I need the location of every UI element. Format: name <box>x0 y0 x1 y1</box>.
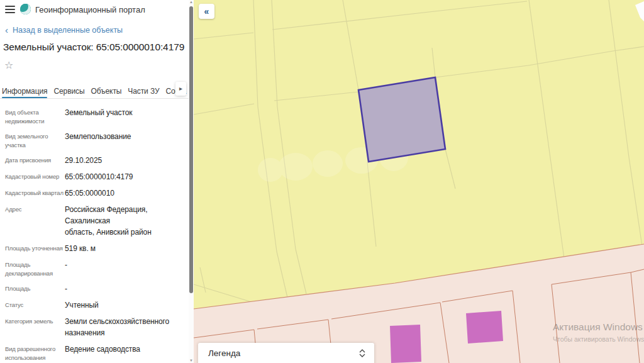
selected-parcel-polygon[interactable] <box>358 77 445 162</box>
field-label: Вид разрешенного использования <box>5 343 65 362</box>
field-value: - <box>65 259 187 278</box>
map-area[interactable] <box>194 0 644 363</box>
field-value: 519 кв. м <box>65 243 187 254</box>
tab-3[interactable]: Части ЗУ <box>128 79 159 98</box>
field-row: Вид объекта недвижимостиЗемельный участо… <box>5 107 187 126</box>
scrollbar-thumb[interactable] <box>189 6 193 293</box>
field-label: Дата присвоения <box>5 155 65 166</box>
scrollbar-up-arrow-icon[interactable]: ▲ <box>189 0 194 4</box>
portal-logo-icon <box>20 4 31 14</box>
field-label: Вид земельного участка <box>5 131 65 150</box>
back-link-label: Назад в выделенные объекты <box>13 26 123 35</box>
favorite-star-icon[interactable]: ☆ <box>4 60 13 70</box>
tab-2[interactable]: Объекты <box>91 79 122 98</box>
menu-hamburger-icon[interactable] <box>5 6 15 13</box>
field-row: Кадастровый квартал65:05:0000010 <box>5 187 187 199</box>
field-value: 29.10.2025 <box>65 155 187 166</box>
geo-portal-window: « Легенда Активация Windows Чтобы активи… <box>0 0 644 363</box>
field-row: АдресРоссийская Федерация, Сахалинская о… <box>5 204 187 238</box>
field-label: Статус <box>5 299 65 311</box>
field-value: - <box>65 283 187 294</box>
field-label: Категория земель <box>5 316 65 338</box>
legend-label: Легенда <box>208 349 240 360</box>
info-sidebar: Геоинформационный портал ‹ Назад в выдел… <box>0 0 194 363</box>
field-value: Учтенный <box>65 299 187 311</box>
field-row: Кадастровый номер65:05:0000010:4179 <box>5 171 187 182</box>
field-row: СтатусУчтенный <box>5 299 187 311</box>
field-label: Кадастровый квартал <box>5 187 65 199</box>
tab-bar: ИнформацияСервисыОбъектыЧасти ЗУСостаГ ▸ <box>0 79 189 99</box>
collapse-sidebar-button[interactable]: « <box>199 4 214 19</box>
field-value: Землепользование <box>65 131 187 150</box>
sidebar-scrollbar[interactable]: ▲ ▼ <box>189 0 194 363</box>
field-value: Российская Федерация, Сахалинская област… <box>65 204 187 238</box>
app-title: Геоинформационный портал <box>35 5 145 14</box>
building-polygon <box>390 325 421 363</box>
field-label: Адрес <box>5 204 65 238</box>
building-polygon <box>466 311 503 343</box>
field-row: Площадь- <box>5 283 187 294</box>
field-row: Категория земельЗемли сельскохозяйственн… <box>5 316 187 338</box>
field-row: Площадь уточненная519 кв. м <box>5 243 187 254</box>
tab-0[interactable]: Информация <box>2 79 47 98</box>
field-label: Площадь уточненная <box>5 243 65 254</box>
field-label: Вид объекта недвижимости <box>5 107 65 126</box>
parcel-info-fields: Вид объекта недвижимостиЗемельный участо… <box>5 107 187 363</box>
field-row: Дата присвоения29.10.2025 <box>5 155 187 166</box>
field-row: Вид разрешенного использованияВедение са… <box>5 343 187 362</box>
field-row: Площадь декларированная- <box>5 259 187 278</box>
back-link[interactable]: ‹ Назад в выделенные объекты <box>5 26 123 35</box>
scrollbar-down-arrow-icon[interactable]: ▼ <box>189 359 194 362</box>
field-value: Земли сельскохозяйственного назначения <box>65 316 187 338</box>
tab-1[interactable]: Сервисы <box>53 79 84 98</box>
legend-bar[interactable]: Легенда <box>198 343 374 363</box>
cadastral-map[interactable] <box>194 0 644 363</box>
field-value: 65:05:0000010:4179 <box>65 171 187 182</box>
chevron-left-icon: ‹ <box>5 26 8 34</box>
field-value: Земельный участок <box>65 107 187 126</box>
field-value: Ведение садоводства <box>65 343 187 362</box>
field-row: Вид земельного участкаЗемлепользование <box>5 131 187 150</box>
field-value: 65:05:0000010 <box>65 187 187 199</box>
field-label: Площадь <box>5 283 65 294</box>
legend-expander-icon[interactable] <box>359 349 365 359</box>
field-label: Площадь декларированная <box>5 259 65 278</box>
parcel-page-title: Земельный участок: 65:05:0000010:4179 <box>3 42 189 53</box>
tab-scroll-right-button[interactable]: ▸ <box>175 82 186 96</box>
field-label: Кадастровый номер <box>5 171 65 182</box>
